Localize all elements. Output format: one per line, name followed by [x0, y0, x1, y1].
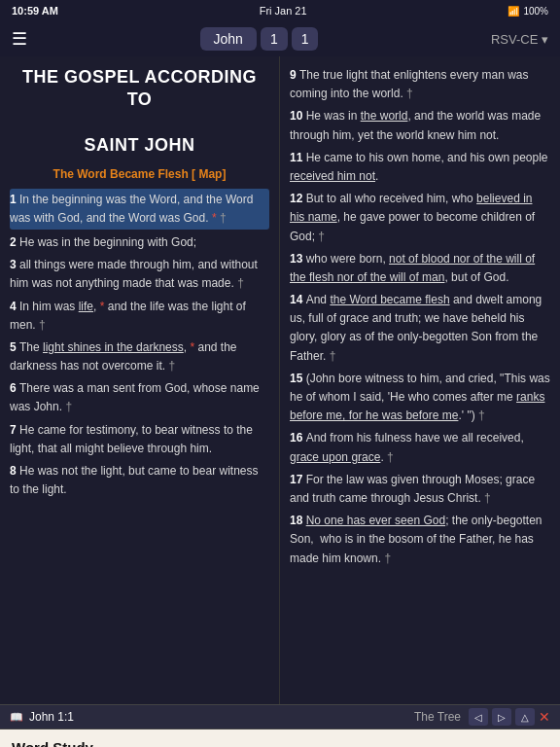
verse-6: 6 There was a man sent from God, whose n… — [10, 379, 269, 416]
version-selector[interactable]: RSV-CE ▾ — [491, 32, 548, 47]
ref-close-button[interactable]: ✕ — [539, 709, 550, 725]
verse-num-8: 8 — [10, 464, 19, 478]
status-time: 10:59 AM — [12, 5, 58, 17]
verse-num-6: 6 — [10, 381, 19, 395]
battery-text: 100% — [523, 6, 548, 17]
status-icons: 📶 100% — [508, 6, 548, 17]
ref-up-button[interactable]: △ — [515, 708, 535, 726]
verse-text-8: He was not the light, but came to bear w… — [10, 464, 258, 496]
gospel-title: THE GOSPEL ACCORDING TOSAINT JOHN — [10, 66, 269, 158]
right-bible-panel: 9 The true light that enlightens every m… — [280, 56, 560, 704]
right-verse-17: 17 For the law was given through Moses; … — [290, 471, 550, 508]
right-verse-14: 14 And the Word became flesh and dwelt a… — [290, 291, 550, 366]
verse-num-5: 5 — [10, 340, 19, 354]
ref-bar-reference: John 1:1 — [29, 710, 414, 724]
ref-prev-button[interactable]: ◁ — [469, 708, 488, 726]
book-icon: 📖 — [10, 711, 23, 724]
main-content: THE GOSPEL ACCORDING TOSAINT JOHN The Wo… — [0, 56, 560, 704]
right-verse-15: 15 (John bore witness to him, and cried,… — [290, 370, 550, 426]
book-selector[interactable]: John — [200, 27, 257, 51]
verse-3: 3 all things were made through him, and … — [10, 256, 269, 293]
right-verse-16: 16 And from his fulness have we all rece… — [290, 429, 550, 466]
status-date: Fri Jan 21 — [260, 5, 307, 17]
chapter-selector[interactable]: 1 — [261, 27, 288, 51]
right-verse-18: 18 No one has ever seen God; the only-be… — [290, 512, 550, 568]
wifi-icon: 📶 — [508, 6, 519, 17]
verse-text-6: There was a man sent from God, whose nam… — [10, 381, 260, 413]
ref-next-button[interactable]: ▷ — [492, 708, 511, 726]
ref-bar-title: The Tree — [414, 710, 461, 724]
verse-num-2: 2 — [10, 235, 19, 249]
ref-bar: 📖 John 1:1 The Tree ◁ ▷ △ ✕ — [0, 704, 560, 729]
verse-5: 5 The light shines in the darkness, * an… — [10, 338, 269, 375]
nav-bar: ☰ John 1 1 RSV-CE ▾ — [0, 21, 560, 56]
status-bar: 10:59 AM Fri Jan 21 📶 100% — [0, 0, 560, 21]
verse-text-7: He came for testimony, to bear witness t… — [10, 423, 253, 455]
right-verse-11: 11 He came to his own home, and his own … — [290, 149, 550, 186]
study-title: Word Study — [12, 739, 548, 747]
verse-2: 2 He was in the beginning with God; — [10, 233, 269, 252]
section-header-text: The Word Became Flesh [ Map] — [53, 167, 227, 181]
section-header: The Word Became Flesh [ Map] — [10, 167, 269, 181]
nav-center: John 1 1 — [200, 27, 319, 51]
verse-num-7: 7 — [10, 423, 19, 437]
verse-text-4: In him was life, * and the life was the … — [10, 300, 246, 332]
verse-text-3: all things were made through him, and wi… — [10, 258, 258, 290]
bible-panel: THE GOSPEL ACCORDING TOSAINT JOHN The Wo… — [0, 56, 280, 704]
right-verse-12: 12 But to all who received him, who beli… — [290, 190, 550, 246]
right-verse-13: 13 who were born, not of blood nor of th… — [290, 250, 550, 287]
verse-text-2: He was in the beginning with God; — [19, 235, 196, 249]
verse-8: 8 He was not the light, but came to bear… — [10, 462, 269, 499]
verse-selector[interactable]: 1 — [292, 27, 319, 51]
verse-text-1: In the beginning was the Word, and the W… — [10, 193, 253, 225]
verse-num-1: 1 — [10, 193, 19, 206]
verse-num-4: 4 — [10, 300, 19, 313]
right-verse-9: 9 The true light that enlightens every m… — [290, 66, 550, 103]
right-verse-10: 10 He was in the world, and the world wa… — [290, 107, 550, 144]
menu-icon[interactable]: ☰ — [12, 28, 27, 50]
verse-1: 1 In the beginning was the Word, and the… — [10, 189, 269, 230]
verse-4: 4 In him was life, * and the life was th… — [10, 298, 269, 335]
verse-num-3: 3 — [10, 258, 19, 271]
ref-bar-nav: ◁ ▷ △ — [469, 708, 535, 726]
study-panel: Word Study Word ( Jn 1:1) Logos (Gk.): "… — [0, 729, 560, 747]
verse-text-5: The light shines in the darkness, * and … — [10, 340, 237, 373]
verse-7: 7 He came for testimony, to bear witness… — [10, 421, 269, 458]
